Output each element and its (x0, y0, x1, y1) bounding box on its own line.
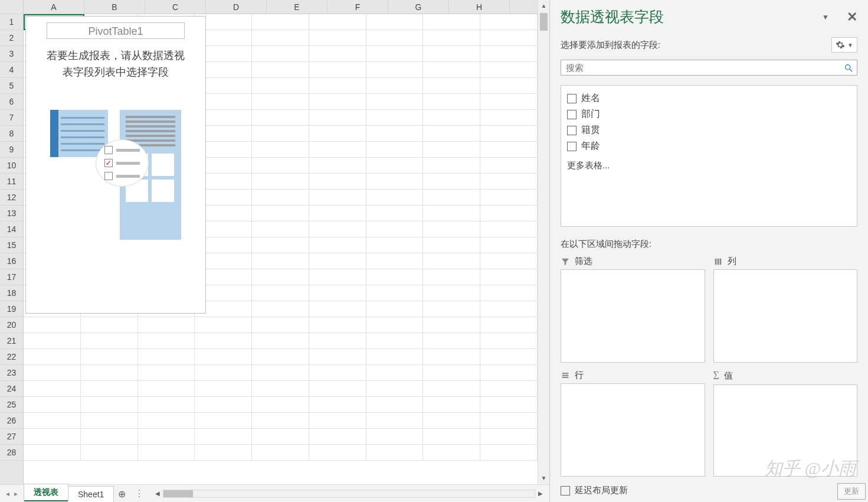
cell[interactable] (480, 190, 538, 206)
cell[interactable] (81, 413, 138, 429)
cell[interactable] (366, 126, 424, 142)
cell[interactable] (24, 317, 81, 333)
cell[interactable] (81, 429, 138, 445)
field-item[interactable]: 年龄 (564, 138, 854, 154)
cell[interactable] (480, 126, 538, 142)
cell[interactable] (195, 365, 252, 381)
cell[interactable] (81, 349, 138, 365)
checkbox-icon[interactable] (567, 110, 577, 119)
cell[interactable] (309, 94, 366, 110)
cell[interactable] (480, 349, 538, 365)
cell[interactable] (423, 78, 480, 94)
cell[interactable] (309, 333, 366, 349)
row-headers[interactable]: 1 2 3 4 5 6 7 8 9 10 11 12 13 14 15 16 1… (0, 0, 24, 484)
cell[interactable] (252, 381, 309, 397)
cell[interactable] (309, 269, 366, 285)
cell[interactable] (309, 445, 366, 461)
cell[interactable] (252, 78, 309, 94)
col-header[interactable]: G (388, 0, 449, 14)
cell[interactable] (309, 365, 366, 381)
cell[interactable] (366, 269, 424, 285)
cell[interactable] (480, 158, 538, 174)
cell[interactable] (309, 190, 366, 206)
row-header[interactable]: 1 (0, 14, 23, 30)
cell[interactable] (138, 397, 195, 413)
cell[interactable] (480, 301, 538, 317)
cell[interactable] (480, 253, 538, 269)
scroll-right-button[interactable]: ▶ (535, 488, 546, 499)
cell[interactable] (480, 429, 538, 445)
field-item[interactable]: 姓名 (564, 90, 854, 106)
cell[interactable] (24, 365, 81, 381)
cell[interactable] (480, 237, 538, 253)
cell[interactable] (252, 253, 309, 269)
checkbox-icon[interactable] (567, 142, 577, 151)
cell[interactable] (252, 413, 309, 429)
cell[interactable] (366, 349, 424, 365)
sheet-nav-prev-icon[interactable]: ◂ (6, 490, 9, 498)
cell[interactable] (252, 365, 309, 381)
row-header[interactable]: 9 (0, 142, 23, 158)
cell[interactable] (480, 78, 538, 94)
filter-area[interactable]: 筛选 (561, 256, 705, 363)
cell[interactable] (423, 158, 480, 174)
cell[interactable] (423, 269, 480, 285)
add-sheet-button[interactable]: ⊕ (113, 486, 130, 502)
cell[interactable] (309, 301, 366, 317)
cell[interactable] (24, 397, 81, 413)
cell[interactable] (423, 221, 480, 237)
row-header[interactable]: 15 (0, 237, 23, 253)
cell[interactable] (366, 142, 424, 158)
cell[interactable] (24, 349, 81, 365)
row-header[interactable]: 8 (0, 126, 23, 142)
cell[interactable] (309, 397, 366, 413)
cell[interactable] (195, 317, 252, 333)
cell[interactable] (309, 158, 366, 174)
cell[interactable] (309, 78, 366, 94)
cell[interactable] (480, 94, 538, 110)
cell[interactable] (423, 46, 480, 62)
cell[interactable] (309, 237, 366, 253)
vertical-scrollbar[interactable]: ▲ ▼ (538, 0, 549, 484)
cell[interactable] (138, 365, 195, 381)
cell[interactable] (252, 349, 309, 365)
cell[interactable] (423, 381, 480, 397)
row-header[interactable]: 4 (0, 62, 23, 78)
checkbox-icon[interactable] (567, 94, 577, 103)
cell[interactable] (195, 413, 252, 429)
cell[interactable] (309, 253, 366, 269)
cell[interactable] (252, 221, 309, 237)
cell[interactable] (309, 46, 366, 62)
cell[interactable] (252, 142, 309, 158)
cell[interactable] (138, 445, 195, 461)
cell[interactable] (423, 62, 480, 78)
rows-dropzone[interactable] (561, 383, 705, 477)
cell[interactable] (309, 317, 366, 333)
tab-splitter[interactable]: ⋮ (130, 488, 149, 499)
col-header[interactable]: F (327, 0, 388, 14)
hscroll-thumb[interactable] (163, 490, 193, 497)
filter-dropzone[interactable] (561, 269, 705, 363)
cell[interactable] (252, 237, 309, 253)
cell[interactable] (423, 14, 480, 30)
col-header[interactable]: E (267, 0, 327, 14)
scroll-thumb[interactable] (540, 13, 548, 31)
cell[interactable] (24, 381, 81, 397)
cell[interactable] (81, 333, 138, 349)
cell[interactable] (366, 253, 424, 269)
row-header[interactable]: 2 (0, 30, 23, 46)
rows-area[interactable]: 行 (561, 370, 705, 477)
row-header[interactable]: 28 (0, 445, 23, 461)
cell[interactable] (423, 413, 480, 429)
cell[interactable] (24, 429, 81, 445)
cell[interactable] (366, 429, 424, 445)
cell[interactable] (252, 333, 309, 349)
scroll-up-button[interactable]: ▲ (538, 0, 549, 12)
cell[interactable] (81, 445, 138, 461)
cell[interactable] (480, 365, 538, 381)
cell[interactable] (366, 317, 424, 333)
cell[interactable] (138, 349, 195, 365)
cell[interactable] (480, 381, 538, 397)
cell[interactable] (252, 445, 309, 461)
column-headers[interactable]: A B C D E F G H (24, 0, 538, 14)
